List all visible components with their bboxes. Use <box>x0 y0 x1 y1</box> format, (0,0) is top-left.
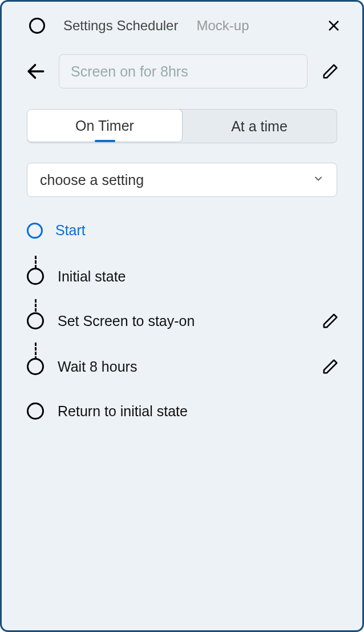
step-initial-state: Initial state <box>27 266 342 287</box>
tab-at-a-time[interactable]: At a time <box>182 110 337 143</box>
search-row <box>2 45 362 102</box>
step-marker-icon <box>27 358 44 375</box>
start-button[interactable]: Start <box>2 197 362 239</box>
step-label: Initial state <box>58 268 342 285</box>
schedule-name-input[interactable] <box>59 54 308 88</box>
edit-name-button[interactable] <box>319 60 342 83</box>
tab-label: On Timer <box>75 118 134 134</box>
close-icon <box>327 19 341 33</box>
arrow-left-icon <box>26 62 46 81</box>
edit-step-button[interactable] <box>319 309 342 332</box>
pencil-icon <box>322 312 339 329</box>
select-placeholder: choose a setting <box>40 172 144 188</box>
pencil-icon <box>322 358 339 375</box>
close-button[interactable] <box>326 18 342 34</box>
tab-on-timer[interactable]: On Timer <box>27 109 183 142</box>
step-label: Set Screen to stay-on <box>58 313 305 329</box>
tabs-container: On Timer At a time <box>2 102 362 143</box>
edit-step-button[interactable] <box>319 355 342 378</box>
step-label: Return to initial state <box>58 403 342 420</box>
chevron-down-icon <box>313 173 324 187</box>
app-icon-circle <box>29 18 45 34</box>
setting-select[interactable]: choose a setting <box>27 163 337 197</box>
step-wait: Wait 8 hours <box>27 355 342 378</box>
step-set-screen: Set Screen to stay-on <box>27 309 342 332</box>
step-marker-icon <box>27 268 44 285</box>
trigger-tabs: On Timer At a time <box>27 109 337 143</box>
step-marker-icon <box>27 312 44 329</box>
steps-list: Initial state Set Screen to stay-on Wait… <box>2 239 362 421</box>
window-header: Settings Scheduler Mock-up <box>2 2 362 45</box>
step-marker-icon <box>27 402 44 420</box>
step-return: Return to initial state <box>27 401 342 421</box>
step-label: Wait 8 hours <box>58 359 305 375</box>
scheduler-window: Settings Scheduler Mock-up On Timer <box>0 0 364 632</box>
start-circle-icon <box>27 223 43 239</box>
start-label: Start <box>55 222 86 239</box>
setting-select-container: choose a setting <box>2 143 362 197</box>
window-subtitle: Mock-up <box>196 18 308 34</box>
window-title: Settings Scheduler <box>63 18 178 34</box>
back-button[interactable] <box>25 60 47 83</box>
pencil-icon <box>322 63 339 80</box>
tab-label: At a time <box>231 118 288 135</box>
